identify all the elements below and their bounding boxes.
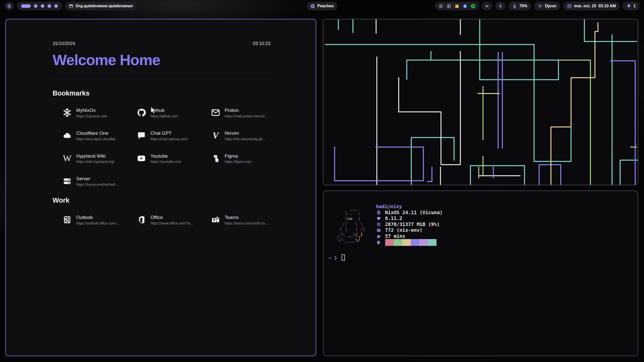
bookmark-text: Protonhttps://mail.proton.me/u/0... <box>225 107 267 118</box>
bookmark-url: https://www.office.com/?a... <box>150 221 193 225</box>
bookmark-url: https://youtube.com <box>150 160 181 164</box>
bookmark-title: Nixvim <box>225 130 265 136</box>
bookmark-item-mynixos[interactable]: MyNixOshttps://mynixos.com <box>62 107 136 118</box>
bookmark-item-figma[interactable]: Figmahttps://figma.com <box>211 153 285 164</box>
bookmark-text: Serverhttps://home.anotherhadi.... <box>76 176 119 187</box>
bookmark-url: https://mail.proton.me/u/0... <box>225 114 267 118</box>
bookmark-item-hyprland-wiki[interactable]: WHyprland Wikihttps://wiki.hyprland.org/ <box>62 153 136 164</box>
shell-prompt[interactable]: ~ ❯ <box>329 254 345 261</box>
fetch-info: hadi@nixy NixOS 24.11 (Vicuna)6.11.22870… <box>376 204 443 246</box>
pipes-art <box>323 19 638 185</box>
bluetooth-icon <box>498 4 503 8</box>
wikipedia-icon: W <box>62 153 72 163</box>
qutebrowser-window: 15/10/2024 03:10:23 Welcome Home Bookmar… <box>5 19 316 356</box>
bookmark-title: Office <box>150 214 193 220</box>
bookmark-item-chat-gpt[interactable]: Chat GPThttps://chat.openai.com/ <box>136 130 211 141</box>
notifications-module[interactable]: 1 <box>623 2 639 10</box>
bookmark-text: Hyprland Wikihttps://wiki.hyprland.org/ <box>76 153 114 164</box>
palette-icon <box>376 240 382 245</box>
launcher-button[interactable] <box>5 2 14 10</box>
spotify-tray-icon[interactable] <box>471 4 475 9</box>
window-icon <box>69 4 73 8</box>
bookmark-item-proton[interactable]: Protonhttps://mail.proton.me/u/0... <box>211 107 285 118</box>
window-title-module[interactable]: Org.qutebrowser.qutebrowser <box>65 2 137 10</box>
battery-module[interactable]: 70% <box>508 2 531 10</box>
clock-module[interactable]: mar. oct. 15 03:10 AM <box>563 2 620 10</box>
battery-level: 70% <box>519 4 527 8</box>
window-title-label: Org.qutebrowser.qutebrowser <box>75 4 133 8</box>
bell-icon <box>626 4 631 9</box>
bookmark-url: https://outlook.office.com/... <box>76 221 119 225</box>
network-module[interactable]: Djoon <box>534 2 560 10</box>
fetch-value: 57 mins <box>385 233 405 239</box>
bookmark-url: https://chat.openai.com/ <box>150 137 188 141</box>
bookmark-item-teams[interactable]: Teamshttps://teams.microsoft.co... <box>211 214 285 225</box>
bookmark-url: https://home.anotherhadi.... <box>76 183 119 187</box>
calendar-icon <box>567 4 572 9</box>
bookmark-title: Chat GPT <box>150 130 188 136</box>
media-player-module[interactable]: Peaches <box>307 2 338 10</box>
bookmark-item-office[interactable]: Officehttps://www.office.com/?a... <box>136 214 211 225</box>
volume-module[interactable] <box>482 2 492 10</box>
bookmark-grid: MyNixOshttps://mynixos.comGithubhttps://… <box>53 107 270 187</box>
nix-snowflake-icon <box>7 4 12 9</box>
workspaces-module[interactable] <box>17 2 62 10</box>
bookmark-text: Outlookhttps://outlook.office.com/... <box>76 214 119 225</box>
fastfetch-output: ___ (.. \ (<> | // \ \ ( | | /| _/\ __)/… <box>337 204 442 246</box>
bookmark-text: Nixvimhttps://nix-community.git... <box>225 130 265 141</box>
network-ssid: Djoon <box>545 4 556 8</box>
workspace-dot[interactable] <box>41 4 44 8</box>
bookmark-item-github[interactable]: Githubhttps://github.com <box>136 107 211 118</box>
bookmark-item-youtube[interactable]: Youtubehttps://youtube.com <box>136 153 211 164</box>
workspace-dot[interactable] <box>34 4 37 8</box>
bookmark-url: https://one.dash.cloudflar... <box>76 137 118 141</box>
bookmark-title: MyNixOs <box>76 107 107 113</box>
youtube-icon <box>136 153 146 163</box>
workspace-dot[interactable] <box>48 4 51 8</box>
outlook-icon <box>62 215 72 225</box>
startpage-time: 03:10:23 <box>253 41 270 46</box>
bar-center-modules: Peaches <box>307 2 338 10</box>
bar-left-modules: Org.qutebrowser.qutebrowser <box>5 2 137 10</box>
bookmark-title: Outlook <box>76 214 119 220</box>
fetch-line: 2870/31377 MiB (9%) <box>376 221 443 228</box>
fetch-line: 772 (nix-env) <box>376 227 443 233</box>
bookmark-url: https://mynixos.com <box>76 114 107 118</box>
bluetooth-manager-icon[interactable] <box>463 4 467 9</box>
bookmark-item-nixvim[interactable]: VNixvimhttps://nix-community.git... <box>211 130 285 141</box>
page-title: Welcome Home <box>53 51 270 69</box>
fetch-value: 2870/31377 MiB (9%) <box>385 221 440 228</box>
bookmark-text: Officehttps://www.office.com/?a... <box>150 214 193 225</box>
palette-swatch <box>428 239 436 246</box>
workspace-dot[interactable] <box>54 4 58 8</box>
bookmark-title: Hyprland Wiki <box>76 153 114 159</box>
files-icon[interactable] <box>455 4 459 9</box>
bookmark-title: Cloudflare One <box>76 130 118 136</box>
bookmark-text: Figmahttps://figma.com <box>225 153 252 164</box>
fetch-line: NixOS 24.11 (Vicuna) <box>376 210 443 216</box>
office-icon <box>136 215 146 225</box>
kernel-icon <box>376 216 382 221</box>
bookmark-title: Figma <box>225 153 252 159</box>
server-icon <box>62 176 72 186</box>
fetch-line: 6.11.2 <box>376 215 443 221</box>
bookmark-grid: Outlookhttps://outlook.office.com/...Off… <box>53 214 270 225</box>
teams-icon <box>211 215 221 225</box>
workspace-active[interactable] <box>21 4 31 8</box>
notification-count: 1 <box>633 4 636 8</box>
top-bar: Org.qutebrowser.qutebrowser Peaches 70% … <box>0 0 644 12</box>
prompt-dir: ~ <box>329 255 332 261</box>
fetch-palette-line <box>376 240 443 246</box>
bluetooth-module[interactable] <box>495 2 505 10</box>
bookmark-url: https://teams.microsoft.co... <box>225 221 268 225</box>
bookmark-item-cloudflare-one[interactable]: Cloudflare Onehttps://one.dash.cloudflar… <box>62 130 136 141</box>
bookmark-item-server[interactable]: Serverhttps://home.anotherhadi.... <box>62 176 136 187</box>
nix-snowflake-icon <box>376 210 382 215</box>
bookmark-item-outlook[interactable]: Outlookhttps://outlook.office.com/... <box>62 214 136 225</box>
fetch-terminal-window: ___ (.. \ (<> | // \ \ ( | | /| _/\ __)/… <box>323 191 638 356</box>
terminal-cursor <box>342 254 345 261</box>
keepassxc-icon[interactable] <box>447 4 451 9</box>
memory-icon <box>376 222 382 227</box>
recorder-icon[interactable] <box>438 4 443 9</box>
uptime-icon <box>376 234 382 239</box>
